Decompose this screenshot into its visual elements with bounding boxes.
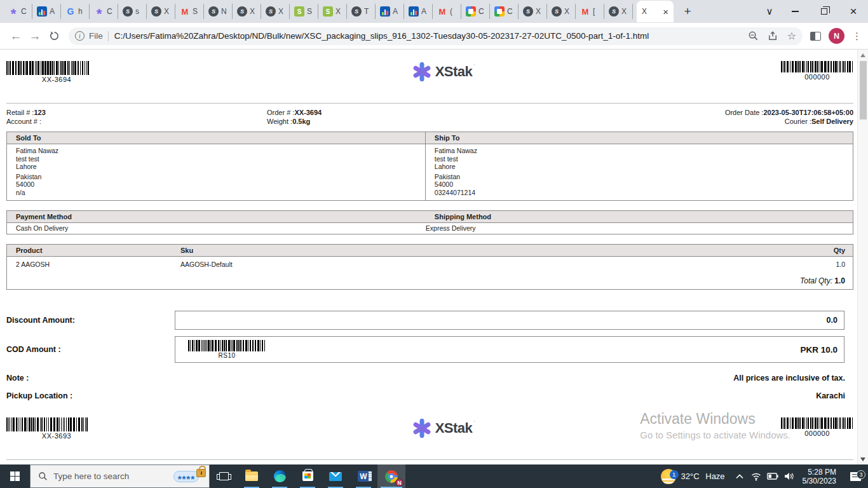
tab-title: X [536, 7, 541, 16]
sold-to-address: Fatima Nawaz test test Lahore Pakistan 5… [7, 144, 426, 200]
browser-tab[interactable]: C [461, 4, 490, 19]
task-view-icon [219, 472, 229, 480]
dark-globe-icon: S [123, 6, 133, 17]
browser-tab-strip: *CAGh*CSsSXMSSNSXSXSSSXSTAAM(CCSXSXM[SX … [0, 0, 868, 23]
browser-tab[interactable]: SX [261, 4, 290, 19]
window-minimize-button[interactable] [780, 0, 810, 23]
back-button[interactable]: ← [6, 27, 25, 46]
tracking-barcode-label: 000000 [804, 430, 830, 437]
analytics-icon [380, 6, 390, 17]
browser-tab[interactable]: M( [433, 4, 461, 19]
mail-button[interactable] [322, 464, 349, 488]
window-restore-button[interactable] [810, 0, 839, 23]
browser-tab[interactable]: A [404, 4, 433, 19]
meet-icon [466, 6, 476, 17]
active-tab[interactable]: X × [637, 1, 674, 22]
tab-title: X [278, 7, 283, 16]
action-center-button[interactable]: 3 [843, 472, 868, 481]
product-name: 2 AAGOSH [7, 259, 175, 270]
shipping-method-header: Shipping Method [426, 211, 853, 222]
url-text[interactable]: C:/Users/Fatima%20Zahra/Desktop/ND/Bulk/… [114, 31, 743, 41]
gmail-icon: M [580, 6, 590, 17]
scroll-up-arrow[interactable] [858, 50, 868, 60]
browser-tab[interactable]: SS [290, 4, 318, 19]
browser-tab[interactable]: A [376, 4, 404, 19]
forward-button[interactable]: → [25, 27, 44, 46]
browser-tab[interactable]: A [32, 4, 61, 19]
window-close-button[interactable]: × [839, 0, 868, 23]
chevron-up-icon [736, 474, 743, 479]
address-bar[interactable]: i File C:/Users/Fatima%20Zahra/Desktop/N… [69, 27, 803, 45]
tracking-barcode-block: 000000 [781, 417, 853, 437]
word-button[interactable]: W [349, 464, 377, 488]
tab-title: h [78, 7, 83, 16]
edge-button[interactable] [266, 464, 294, 488]
browser-tab[interactable]: *C [90, 4, 118, 19]
browser-tab[interactable]: SX [318, 4, 347, 19]
bookmark-star-icon[interactable]: ☆ [787, 30, 796, 42]
packing-slip-1: XX-3694 XStak ´ 000000 [0, 50, 868, 400]
reload-button[interactable] [44, 27, 64, 46]
dark-globe-icon: S [237, 6, 247, 17]
tray-overflow-chevron[interactable] [731, 474, 748, 479]
page-scrollbar[interactable] [857, 50, 868, 464]
chrome-button[interactable]: N [377, 464, 405, 488]
edge-icon [274, 470, 286, 482]
side-panel-icon[interactable] [810, 32, 821, 41]
browser-menu-icon[interactable]: ⋮ [852, 30, 862, 42]
browser-tab[interactable]: SX [147, 4, 175, 19]
taskbar-clock[interactable]: 5:28 PM 5/30/2023 [797, 468, 843, 485]
cod-barcode-block: RS10 [188, 340, 266, 359]
weight-value: 0.5kg [292, 118, 310, 125]
task-view-button[interactable] [210, 464, 238, 488]
cod-box: RS10 PKR 10.0 [175, 336, 844, 363]
gmail-icon: M [437, 6, 447, 17]
zoom-out-icon[interactable] [748, 30, 759, 41]
gmail-icon: M [180, 6, 190, 17]
omnibox-divider [108, 31, 109, 41]
new-tab-button[interactable]: + [679, 3, 696, 20]
tab-title: X [250, 7, 255, 16]
file-explorer-icon [245, 471, 258, 481]
total-qty-row: Total Qty: 1.0 [7, 270, 853, 289]
product-sku: AAGOSH-Default [175, 259, 776, 270]
order-barcode-label: XX-3693 [42, 432, 71, 440]
browser-tab[interactable]: MS [175, 4, 204, 19]
tab-title: C [507, 7, 513, 16]
payment-table: Payment Method Shipping Method Cash On D… [6, 210, 853, 234]
browser-tab[interactable]: Ss [118, 4, 147, 19]
tab-close-icon[interactable]: × [663, 7, 668, 17]
browser-tab[interactable]: Gh [61, 4, 90, 19]
analytics-icon [409, 6, 419, 17]
browser-tab[interactable]: SN [204, 4, 233, 19]
browser-tab[interactable]: SX [233, 4, 261, 19]
tab-search-chevron-icon[interactable]: ∨ [759, 0, 780, 23]
browser-tab[interactable]: SX [519, 4, 547, 19]
browser-tab[interactable]: C [490, 4, 519, 19]
scrollbar-thumb[interactable] [860, 61, 867, 119]
file-explorer-button[interactable] [238, 464, 266, 488]
browser-tab[interactable]: ST [347, 4, 376, 19]
scroll-down-arrow[interactable] [858, 454, 868, 464]
browser-tab[interactable]: *C [4, 4, 32, 19]
browser-tab[interactable]: SX [547, 4, 576, 19]
total-qty-value: 1.0 [834, 276, 845, 285]
tab-title: A [421, 7, 426, 16]
share-icon[interactable] [768, 30, 778, 41]
battery-indicator[interactable] [764, 473, 781, 480]
weather-widget[interactable]: 1 32°C Haze [654, 469, 731, 484]
page-info-icon[interactable]: i [75, 31, 85, 41]
shopify-icon: S [323, 6, 333, 17]
notification-badge: 3 [857, 470, 865, 479]
profile-avatar[interactable]: N [829, 28, 844, 44]
browser-tab[interactable]: M[ [576, 4, 604, 19]
start-button[interactable] [0, 464, 30, 488]
volume-indicator[interactable] [781, 472, 797, 480]
browser-tab[interactable]: SX [604, 4, 633, 19]
xstak-logo: XStak ´ [107, 62, 781, 81]
cod-row: COD Amount : RS10 PKR 10.0 [6, 336, 853, 363]
wifi-indicator[interactable] [748, 472, 764, 481]
taskbar-search-box[interactable]: Type here to search **** [30, 464, 210, 488]
xstak-flower-icon: * [8, 6, 18, 17]
microsoft-store-button[interactable] [294, 464, 322, 488]
